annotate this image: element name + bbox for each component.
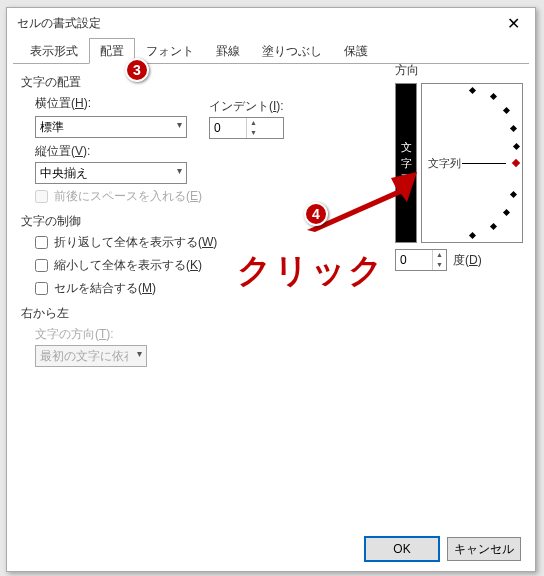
format-cells-dialog: セルの書式設定 ✕ 表示形式 配置 フォント 罫線 塗りつぶし 保護 文字の配置… bbox=[6, 7, 536, 572]
wrap-text-label: 折り返して全体を表示する(W) bbox=[54, 234, 217, 251]
tab-fill[interactable]: 塗りつぶし bbox=[251, 38, 333, 64]
dial-line bbox=[462, 163, 506, 164]
orientation-group: 方向 文字列 文字列 bbox=[395, 62, 523, 262]
dial-text: 文字列 bbox=[428, 156, 461, 171]
degrees-input[interactable] bbox=[396, 250, 432, 270]
indent-input[interactable] bbox=[210, 118, 246, 138]
chevron-up-icon[interactable]: ▲ bbox=[433, 250, 446, 260]
close-icon[interactable]: ✕ bbox=[493, 9, 533, 37]
dialog-footer: OK キャンセル bbox=[365, 537, 521, 561]
chevron-down-icon[interactable]: ▼ bbox=[247, 128, 260, 138]
tab-number[interactable]: 表示形式 bbox=[19, 38, 89, 64]
tab-font[interactable]: フォント bbox=[135, 38, 205, 64]
dial-handle-icon[interactable] bbox=[512, 159, 520, 167]
degrees-spinner[interactable]: ▲▼ bbox=[395, 249, 447, 271]
indent-label: インデント(I): bbox=[209, 98, 284, 115]
annotation-badge-3: 3 bbox=[125, 58, 149, 82]
degrees-label: 度(D) bbox=[453, 252, 482, 269]
cancel-button[interactable]: キャンセル bbox=[447, 537, 521, 561]
indent-spinner[interactable]: ▲▼ bbox=[209, 117, 284, 139]
vertical-select[interactable]: 中央揃え bbox=[35, 162, 187, 184]
tab-bar: 表示形式 配置 フォント 罫線 塗りつぶし 保護 bbox=[13, 38, 529, 64]
titlebar: セルの書式設定 ✕ bbox=[7, 8, 535, 38]
tab-border[interactable]: 罫線 bbox=[205, 38, 251, 64]
horizontal-select[interactable]: 標準 bbox=[35, 116, 187, 138]
chevron-up-icon[interactable]: ▲ bbox=[247, 118, 260, 128]
tab-protection[interactable]: 保護 bbox=[333, 38, 379, 64]
text-direction-select: 最初の文字に依存 bbox=[35, 345, 147, 367]
annotation-click-text: クリック bbox=[237, 248, 385, 294]
dialog-title: セルの書式設定 bbox=[17, 15, 493, 32]
annotation-badge-4: 4 bbox=[304, 202, 328, 226]
chevron-down-icon[interactable]: ▼ bbox=[433, 260, 446, 270]
orientation-label: 方向 bbox=[395, 62, 419, 79]
merge-label: セルを結合する(M) bbox=[54, 280, 156, 297]
ok-button[interactable]: OK bbox=[365, 537, 439, 561]
shrink-label: 縮小して全体を表示する(K) bbox=[54, 257, 202, 274]
vertical-text-button[interactable]: 文字列 bbox=[395, 83, 417, 243]
dialog-body: 文字の配置 横位置(H): 標準 インデント(I): ▲▼ 縦位置 bbox=[7, 64, 535, 526]
rtl-label: 右から左 bbox=[21, 305, 521, 322]
text-direction-label: 文字の方向(T): bbox=[35, 326, 521, 343]
justify-distributed-label: 前後にスペースを入れる(E) bbox=[54, 188, 202, 205]
orientation-dial[interactable]: 文字列 bbox=[421, 83, 523, 243]
